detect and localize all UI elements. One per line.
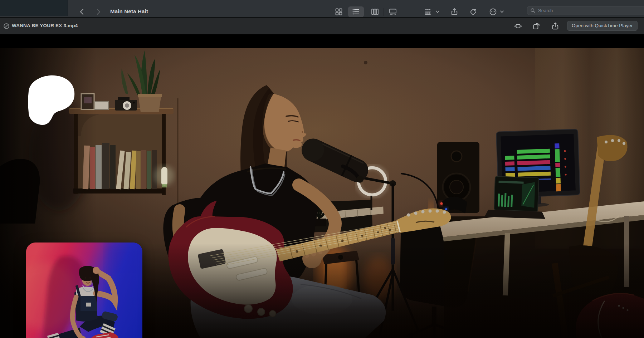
search-field[interactable] xyxy=(527,6,644,15)
search-icon xyxy=(530,8,536,13)
view-list-button[interactable] xyxy=(348,6,364,17)
finder-window: Main Neta Hait xyxy=(0,0,644,338)
quicklook-bar: WANNA BE YOUR EX 3.mp4 xyxy=(0,18,644,34)
search-input[interactable] xyxy=(537,8,623,14)
group-chevron-down-icon[interactable] xyxy=(435,10,440,14)
rotate-button[interactable] xyxy=(531,21,542,31)
tag-button[interactable] xyxy=(465,6,481,17)
view-icon-button[interactable] xyxy=(331,6,347,17)
view-column-button[interactable] xyxy=(367,6,383,17)
video-preview[interactable] xyxy=(0,48,644,338)
share-icon xyxy=(551,22,560,30)
column-view-icon xyxy=(371,8,379,16)
share-icon xyxy=(450,8,459,16)
blocked-icon xyxy=(3,23,10,30)
rotate-icon xyxy=(532,22,541,30)
open-with-quicktime-button[interactable]: Open with QuickTime Player xyxy=(567,21,638,31)
chevron-right-icon xyxy=(95,8,102,16)
forward-button[interactable] xyxy=(94,7,103,16)
inset-portrait-art xyxy=(26,243,142,338)
ellipsis-circle-icon xyxy=(489,8,497,16)
gallery-view-icon xyxy=(389,8,397,16)
toolbar-separator xyxy=(384,8,384,16)
patreon-logo xyxy=(27,75,76,126)
finder-toolbar: Main Neta Hait xyxy=(0,0,644,18)
share-button[interactable] xyxy=(447,6,462,17)
quicklook-share-button[interactable] xyxy=(550,21,561,31)
tag-icon xyxy=(469,8,478,16)
group-icon xyxy=(424,8,433,16)
inset-portrait xyxy=(26,243,142,338)
window-title: Main Neta Hait xyxy=(110,8,148,14)
zoom-to-fit-icon xyxy=(513,22,523,30)
back-button[interactable] xyxy=(77,7,87,16)
list-view-icon xyxy=(352,8,360,16)
more-options-button[interactable] xyxy=(485,6,501,17)
sidebar-edge xyxy=(0,0,68,16)
quicklook-filename: WANNA BE YOUR EX 3.mp4 xyxy=(12,23,78,28)
chevron-left-icon xyxy=(78,8,86,16)
grid-view-icon xyxy=(335,8,343,16)
more-chevron-down-icon[interactable] xyxy=(500,10,504,14)
zoom-to-fit-button[interactable] xyxy=(513,21,523,31)
view-gallery-button[interactable] xyxy=(385,6,401,17)
group-by-button[interactable] xyxy=(420,6,436,17)
